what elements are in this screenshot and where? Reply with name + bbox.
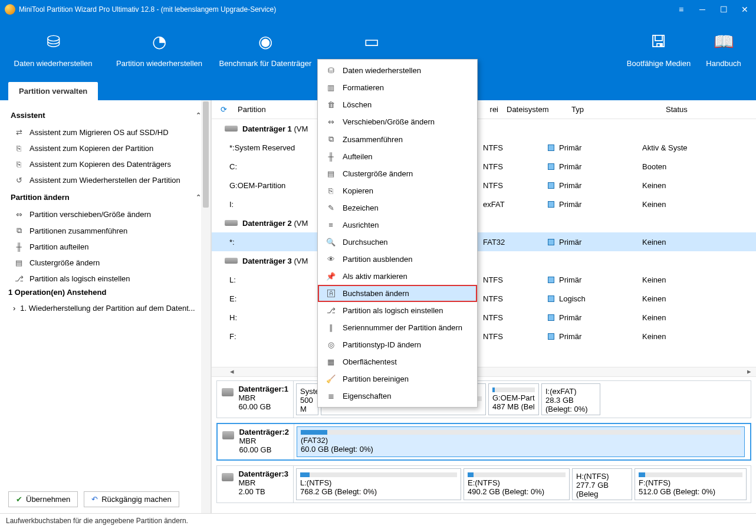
type-square-icon (548, 295, 554, 302)
partition-row[interactable]: I:.27 GBexFATPrimärKeinen (212, 195, 756, 214)
menu-icon[interactable]: ≡ (675, 3, 688, 16)
window-title: MiniTool Partition Wizard Pro Ultimativ … (19, 5, 675, 14)
menu-item[interactable]: ▤Clustergröße ändern (318, 165, 477, 182)
toolbar-0[interactable]: ⛁Daten wiederherstellen (0, 19, 106, 68)
col-status[interactable]: Status (666, 105, 756, 114)
type-square-icon (548, 333, 554, 340)
menu-item[interactable]: 🗑Löschen (318, 96, 477, 113)
menu-item[interactable]: ≣Eigenschaften (318, 387, 477, 405)
sidebar-item[interactable]: ⎘Assistent zum Kopieren der Partition (8, 140, 208, 156)
pending-item[interactable]: ›1. Wiederherstellung der Partition auf … (0, 301, 211, 315)
partition-row[interactable]: *:.96 GBFAT32PrimärKeinen (212, 232, 756, 251)
disk-map: Datenträger:1MBR60.00 GBSyste500 MG:OEM-… (212, 376, 756, 511)
partition-row[interactable]: C:.77 GBNTFSPrimärBooten (212, 157, 756, 176)
sidebar-item-icon: ⎇ (14, 274, 24, 283)
tab-partition-verwalten[interactable]: Partition verwalten (8, 82, 98, 100)
partition-row[interactable]: H:.56 GBNTFSPrimärKeinen (212, 308, 756, 327)
sidebar-scrollbar[interactable] (201, 100, 211, 513)
partition-segment[interactable]: H:(NTFS)277.7 GB (Beleg (572, 468, 632, 500)
menu-item[interactable]: 👁Partition ausblenden (318, 251, 477, 268)
disk-icon (222, 431, 234, 439)
menu-item[interactable]: 🄰Buchstaben ändern (318, 285, 477, 302)
menu-item-icon: ≡ (326, 221, 336, 229)
menu-item[interactable]: ≡Ausrichten (318, 216, 477, 234)
partition-segment[interactable]: F:(NTFS)512.0 GB (Belegt: 0%) (635, 468, 747, 500)
statusbar: Laufwerkbuchstaben für die angegebene Pa… (0, 513, 756, 530)
partition-segment[interactable]: E:(NTFS)490.2 GB (Belegt: 0%) (464, 468, 570, 500)
partition-segment[interactable]: I:(exFAT)28.3 GB (Belegt: 0%) (541, 383, 600, 415)
sidebar-item[interactable]: ⇔Partition verschieben/Größe ändern (8, 206, 208, 222)
apply-button[interactable]: ✔Übernehmen (8, 491, 78, 507)
menu-item-icon: ⇔ (326, 117, 336, 126)
toolbar-icon: 🖫 (626, 29, 691, 53)
sidebar-item-icon: ⎘ (14, 160, 24, 169)
sidebar-item[interactable]: ⎇Partition als logisch einstellen (8, 271, 208, 283)
maximize-button[interactable]: ☐ (717, 3, 730, 16)
toolbar-right-1[interactable]: 📖Handbuch (691, 19, 756, 68)
partition-row[interactable]: F:.85 GBNTFSPrimärKeinen (212, 327, 756, 346)
sidebar-item-icon: ⎘ (14, 144, 24, 153)
menu-item-icon: 🗑 (326, 100, 336, 109)
menu-item[interactable]: ∥Seriennummer der Partition ändern (318, 319, 477, 336)
group-header[interactable]: Assistent⌃ (8, 106, 208, 124)
sidebar-item[interactable]: ⇄Assistent zum Migrieren OS auf SSD/HD (8, 124, 208, 140)
disk-block[interactable]: Datenträger:3MBR2.00 TBL:(NTFS)768.2 GB … (216, 465, 751, 503)
list-header: ⟳ Partition rei Dateisystem Typ Status (212, 100, 756, 119)
sidebar-item[interactable]: ⧉Partitionen zusammenführen (8, 222, 208, 239)
menu-item[interactable]: ▦Oberflächentest (318, 353, 477, 370)
horizontal-scrollbar[interactable]: ◂▸ (212, 367, 756, 376)
partition-segment[interactable]: (FAT32)60.0 GB (Belegt: 0%) (297, 426, 745, 457)
sidebar-item-icon: ▤ (14, 258, 24, 267)
menu-item[interactable]: 📌Als aktiv markieren (318, 268, 477, 285)
group-header[interactable]: Partition ändern⌃ (8, 188, 208, 206)
menu-item-icon: 🔍 (326, 238, 336, 247)
sidebar-item-icon: ⇔ (14, 210, 24, 219)
disk-row[interactable]: Datenträger 3 (VM (212, 251, 756, 270)
sidebar-item[interactable]: ▤Clustergröße ändern (8, 255, 208, 271)
partition-segment[interactable]: Syste500 M (296, 383, 318, 415)
titlebar: MiniTool Partition Wizard Pro Ultimativ … (0, 0, 756, 19)
sidebar-item[interactable]: ⎘Assistent zum Kopieren des Datenträgers (8, 156, 208, 172)
menu-item[interactable]: ⎘Kopieren (318, 182, 477, 199)
chevron-up-icon: ⌃ (196, 193, 201, 201)
menu-item[interactable]: ✎Bezeichen (318, 199, 477, 216)
menu-item[interactable]: ◎Partitionstyp-ID ändern (318, 336, 477, 353)
refresh-icon[interactable]: ⟳ (212, 105, 235, 114)
col-filesystem[interactable]: Dateisystem (507, 105, 571, 114)
disk-row[interactable]: Datenträger 1 (VM (212, 119, 756, 138)
menu-item[interactable]: ⧉Zusammenführen (318, 130, 477, 148)
menu-item[interactable]: ⎇Partition als logisch einstellen (318, 302, 477, 319)
disk-block[interactable]: Datenträger:1MBR60.00 GBSyste500 MG:OEM-… (216, 380, 751, 418)
app-logo-icon (5, 4, 15, 15)
partition-segment[interactable]: L:(NTFS)768.2 GB (Belegt: 0%) (296, 468, 461, 500)
partition-segment[interactable]: G:OEM-Part487 MB (Bel (488, 383, 539, 415)
menu-item[interactable]: ⇔Verschieben/Größe ändern (318, 113, 477, 130)
disk-block[interactable]: Datenträger:2MBR60.00 GB(FAT32)60.0 GB (… (216, 423, 751, 461)
menu-item[interactable]: ▥Formatieren (318, 79, 477, 96)
disk-row[interactable]: Datenträger 2 (VM (212, 214, 756, 232)
partition-row[interactable]: G:OEM-Partition98 MBNTFSPrimärKeinen (212, 176, 756, 195)
menu-item-icon: ⧉ (326, 134, 336, 144)
sidebar-item[interactable]: ↺Assistent zum Wiederherstellen der Part… (8, 172, 208, 188)
toolbar-2[interactable]: ◉Benchmark für Datenträger (212, 19, 318, 68)
partition-row[interactable]: L:.97 GBNTFSPrimärKeinen (212, 270, 756, 289)
menu-item[interactable]: 🧹Partition bereinigen (318, 370, 477, 387)
toolbar-right-0[interactable]: 🖫Bootfähige Medien (626, 19, 691, 68)
main-panel: ⟳ Partition rei Dateisystem Typ Status D… (211, 100, 756, 513)
toolbar-1[interactable]: ◔Partition wiederherstellen (106, 19, 212, 68)
menu-item[interactable]: ⛁Daten wiederherstellen (318, 62, 477, 79)
sidebar-item[interactable]: ╫Partition aufteilen (8, 239, 208, 255)
col-type[interactable]: Typ (571, 105, 666, 114)
menu-item[interactable]: ╫Aufteilen (318, 148, 477, 165)
sidebar-item-icon: ↺ (14, 176, 24, 185)
menu-item-icon: ╫ (326, 152, 336, 161)
menu-item[interactable]: 🔍Durchsuchen (318, 234, 477, 251)
partition-row[interactable]: E:.02 GBNTFSLogischKeinen (212, 289, 756, 308)
toolbar-icon: ◔ (106, 29, 212, 53)
undo-button[interactable]: ↶Rückgängig machen (84, 491, 179, 507)
close-button[interactable]: ✕ (738, 3, 751, 16)
menu-item-icon: ⛁ (326, 66, 336, 75)
partition-row[interactable]: *:System Reserved96 MBNTFSPrimärAktiv & … (212, 138, 756, 157)
minimize-button[interactable]: ─ (696, 3, 709, 16)
chevron-up-icon: ⌃ (196, 111, 201, 119)
